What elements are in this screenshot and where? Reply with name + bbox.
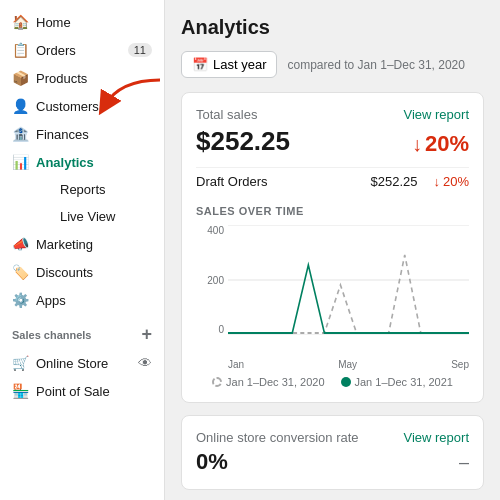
chart-x-jan: Jan bbox=[228, 359, 244, 370]
chart-y-200: 200 bbox=[196, 275, 224, 286]
legend-2021: Jan 1–Dec 31, 2021 bbox=[341, 376, 453, 388]
chart-y-400: 400 bbox=[196, 225, 224, 236]
total-sales-top-row: $252.25 ↓ 20% bbox=[196, 126, 469, 157]
sidebar-item-pos[interactable]: 🏪 Point of Sale bbox=[0, 377, 164, 405]
orders-badge: 11 bbox=[128, 43, 152, 57]
draft-pct-value: 20% bbox=[443, 174, 469, 189]
chart-area: 400 200 0 bbox=[196, 225, 469, 355]
sidebar-item-marketing[interactable]: 📣Marketing bbox=[0, 230, 164, 258]
draft-orders-pct: ↓ 20% bbox=[433, 174, 469, 189]
sidebar-item-online-store[interactable]: 🛒 Online Store 👁 bbox=[0, 349, 164, 377]
liveview-label: Live View bbox=[60, 209, 115, 224]
chart-section-label: SALES OVER TIME bbox=[196, 205, 469, 217]
legend-dot-2021 bbox=[341, 377, 351, 387]
pos-label: Point of Sale bbox=[36, 384, 110, 399]
orders-icon: 📋 bbox=[12, 42, 28, 58]
conversion-rate-row: 0% – bbox=[196, 449, 469, 475]
sales-channels-label: Sales channels bbox=[12, 329, 92, 341]
sidebar-item-liveview[interactable]: Live View bbox=[0, 203, 164, 230]
draft-orders-label: Draft Orders bbox=[196, 174, 268, 189]
sidebar-item-orders[interactable]: 📋Orders11 bbox=[0, 36, 164, 64]
conversion-rate-card: Online store conversion rate View report… bbox=[181, 415, 484, 490]
date-filter-label: Last year bbox=[213, 57, 266, 72]
chart-svg bbox=[228, 225, 469, 335]
chart-x-may: May bbox=[338, 359, 357, 370]
chart-legend: Jan 1–Dec 31, 2020 Jan 1–Dec 31, 2021 bbox=[196, 376, 469, 388]
total-sales-pct-change: ↓ 20% bbox=[412, 131, 469, 157]
apps-icon: ⚙️ bbox=[12, 292, 28, 308]
chart-x-sep: Sep bbox=[451, 359, 469, 370]
total-sales-card: Total sales View report $252.25 ↓ 20% Dr… bbox=[181, 92, 484, 403]
eye-icon: 👁 bbox=[138, 355, 152, 371]
sales-channels-section: Sales channels + bbox=[0, 314, 164, 349]
chart-line-2021 bbox=[228, 265, 469, 333]
orders-label: Orders bbox=[36, 43, 76, 58]
analytics-icon: 📊 bbox=[12, 154, 28, 170]
date-filter-button[interactable]: 📅 Last year bbox=[181, 51, 277, 78]
marketing-icon: 📣 bbox=[12, 236, 28, 252]
draft-orders-amount: $252.25 bbox=[370, 174, 417, 189]
sidebar-item-home[interactable]: 🏠Home bbox=[0, 8, 164, 36]
conversion-rate-view-report[interactable]: View report bbox=[403, 430, 469, 445]
sidebar-item-apps[interactable]: ⚙️Apps bbox=[0, 286, 164, 314]
sidebar: 🏠Home📋Orders11📦Products👤Customers🏦Financ… bbox=[0, 0, 165, 500]
online-store-icon: 🛒 bbox=[12, 355, 28, 371]
draft-orders-row: Draft Orders $252.25 ↓ 20% bbox=[196, 167, 469, 195]
date-filter-row: 📅 Last year compared to Jan 1–Dec 31, 20… bbox=[181, 51, 484, 78]
pos-icon: 🏪 bbox=[12, 383, 28, 399]
customers-icon: 👤 bbox=[12, 98, 28, 114]
finances-icon: 🏦 bbox=[12, 126, 28, 142]
marketing-label: Marketing bbox=[36, 237, 93, 252]
chart-line-2020 bbox=[228, 255, 469, 333]
analytics-label: Analytics bbox=[36, 155, 94, 170]
pct-change-value: 20% bbox=[425, 131, 469, 157]
draft-arrow-icon: ↓ bbox=[433, 174, 440, 189]
products-icon: 📦 bbox=[12, 70, 28, 86]
sidebar-item-reports[interactable]: Reports bbox=[0, 176, 164, 203]
legend-2020: Jan 1–Dec 31, 2020 bbox=[212, 376, 324, 388]
chart-y-0: 0 bbox=[196, 324, 224, 335]
total-sales-view-report[interactable]: View report bbox=[403, 107, 469, 122]
legend-label-2020: Jan 1–Dec 31, 2020 bbox=[226, 376, 324, 388]
main-content: Analytics 📅 Last year compared to Jan 1–… bbox=[165, 0, 500, 500]
sidebar-item-finances[interactable]: 🏦Finances bbox=[0, 120, 164, 148]
draft-orders-values: $252.25 ↓ 20% bbox=[370, 174, 469, 189]
conversion-rate-value: 0% bbox=[196, 449, 228, 475]
add-sales-channel-icon[interactable]: + bbox=[141, 324, 152, 345]
legend-label-2021: Jan 1–Dec 31, 2021 bbox=[355, 376, 453, 388]
discounts-label: Discounts bbox=[36, 265, 93, 280]
sidebar-item-analytics[interactable]: 📊Analytics bbox=[0, 148, 164, 176]
home-icon: 🏠 bbox=[12, 14, 28, 30]
total-sales-label: Total sales bbox=[196, 107, 257, 122]
total-sales-header: Total sales View report bbox=[196, 107, 469, 122]
home-label: Home bbox=[36, 15, 71, 30]
total-sales-value: $252.25 bbox=[196, 126, 290, 157]
page-title: Analytics bbox=[181, 16, 484, 39]
discounts-icon: 🏷️ bbox=[12, 264, 28, 280]
conversion-rate-title: Online store conversion rate bbox=[196, 430, 359, 445]
legend-dot-2020 bbox=[212, 377, 222, 387]
calendar-icon: 📅 bbox=[192, 57, 208, 72]
sidebar-item-products[interactable]: 📦Products bbox=[0, 64, 164, 92]
chart-y-labels: 400 200 0 bbox=[196, 225, 224, 335]
compared-text: compared to Jan 1–Dec 31, 2020 bbox=[287, 58, 464, 72]
chart-plot bbox=[228, 225, 469, 335]
reports-label: Reports bbox=[60, 182, 106, 197]
sidebar-item-discounts[interactable]: 🏷️Discounts bbox=[0, 258, 164, 286]
products-label: Products bbox=[36, 71, 87, 86]
customers-label: Customers bbox=[36, 99, 99, 114]
finances-label: Finances bbox=[36, 127, 89, 142]
chart-x-labels: Jan May Sep bbox=[196, 359, 469, 370]
pct-arrow-icon: ↓ bbox=[412, 133, 422, 156]
apps-label: Apps bbox=[36, 293, 66, 308]
conversion-rate-change: – bbox=[459, 452, 469, 473]
online-store-label: Online Store bbox=[36, 356, 108, 371]
conversion-rate-header: Online store conversion rate View report bbox=[196, 430, 469, 445]
sidebar-item-customers[interactable]: 👤Customers bbox=[0, 92, 164, 120]
